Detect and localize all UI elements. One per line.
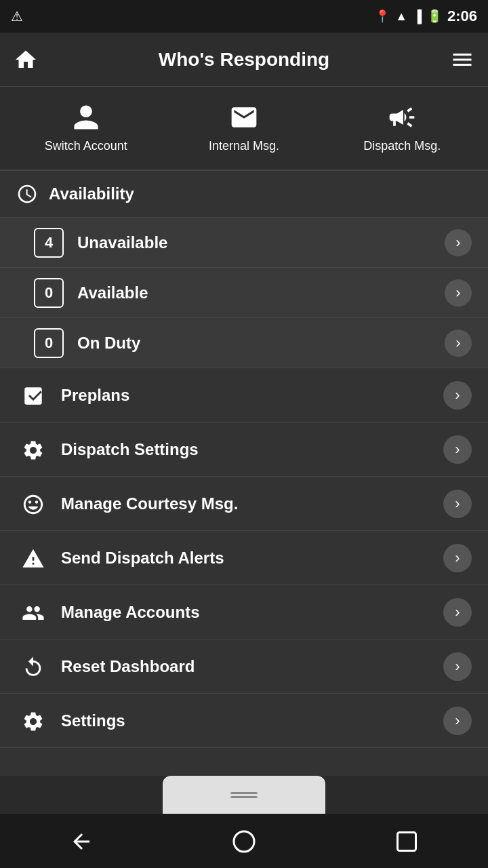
settings-chevron: › <box>443 707 472 735</box>
status-bar-right: 📍 ▲ ▐ 🔋 2:06 <box>375 7 477 25</box>
status-bar: ⚠ 📍 ▲ ▐ 🔋 2:06 <box>0 0 488 33</box>
send-dispatch-alerts-label: Send Dispatch Alerts <box>50 549 443 568</box>
send-dispatch-alerts-item[interactable]: Send Dispatch Alerts › <box>0 531 488 585</box>
on-duty-chevron: › <box>445 330 472 357</box>
envelope-icon <box>229 100 259 132</box>
reset-dashboard-item[interactable]: Reset Dashboard › <box>0 639 488 694</box>
handle-lines-icon <box>230 788 258 802</box>
preplans-icon <box>16 383 50 408</box>
dispatch-msg-label: Dispatch Msg. <box>363 139 441 153</box>
status-bar-left: ⚠ <box>11 8 375 24</box>
megaphone-icon <box>387 100 417 132</box>
settings-icon <box>16 709 50 733</box>
dispatch-settings-label: Dispatch Settings <box>50 440 443 459</box>
preplans-label: Preplans <box>50 386 443 405</box>
switch-account-label: Switch Account <box>45 139 127 153</box>
smiley-icon <box>16 492 50 516</box>
dispatch-settings-icon <box>16 437 50 462</box>
svg-rect-3 <box>398 833 416 851</box>
home-button[interactable] <box>14 47 47 72</box>
menu-button[interactable] <box>441 47 474 72</box>
bottom-handle[interactable] <box>163 776 325 814</box>
on-duty-badge: 0 <box>34 328 64 358</box>
menu-list: Availability 4 Unavailable › 0 Available… <box>0 171 488 776</box>
recent-icon <box>394 829 419 854</box>
send-dispatch-alerts-chevron: › <box>443 544 472 572</box>
manage-courtesy-label: Manage Courtesy Msg. <box>50 494 443 513</box>
settings-label: Settings <box>50 711 443 730</box>
back-icon <box>69 829 94 854</box>
person-icon <box>71 100 101 132</box>
status-time: 2:06 <box>447 7 477 25</box>
manage-courtesy-item[interactable]: Manage Courtesy Msg. › <box>0 477 488 531</box>
group-icon <box>16 600 50 625</box>
reset-dashboard-chevron: › <box>443 652 472 681</box>
internal-msg-button[interactable]: Internal Msg. <box>190 100 298 153</box>
internal-msg-label: Internal Msg. <box>209 139 279 153</box>
preplans-chevron: › <box>443 381 472 410</box>
bottom-nav <box>0 814 488 868</box>
svg-point-2 <box>234 831 254 852</box>
available-item[interactable]: 0 Available › <box>0 268 488 318</box>
available-badge: 0 <box>34 278 64 308</box>
on-duty-item[interactable]: 0 On Duty › <box>0 318 488 368</box>
svg-rect-1 <box>230 796 258 798</box>
reset-dashboard-label: Reset Dashboard <box>50 657 443 676</box>
back-button[interactable] <box>69 828 94 854</box>
available-chevron: › <box>445 279 472 307</box>
dispatch-msg-button[interactable]: Dispatch Msg. <box>348 100 456 153</box>
quick-actions: Switch Account Internal Msg. Dispatch Ms… <box>0 87 488 171</box>
dispatch-settings-item[interactable]: Dispatch Settings › <box>0 422 488 477</box>
available-label: Available <box>77 283 445 302</box>
manage-accounts-label: Manage Accounts <box>50 603 443 622</box>
home-nav-button[interactable] <box>232 828 256 854</box>
wifi-icon: ▲ <box>395 9 407 24</box>
manage-courtesy-chevron: › <box>443 490 472 518</box>
preplans-item[interactable]: Preplans › <box>0 368 488 422</box>
app-bar: Who's Responding <box>0 33 488 87</box>
manage-accounts-chevron: › <box>443 598 472 627</box>
unavailable-label: Unavailable <box>77 233 445 252</box>
alert-icon: ⚠ <box>11 8 23 24</box>
signal-icon: ▐ <box>413 9 422 24</box>
home-nav-icon <box>232 829 256 854</box>
app-title: Who's Responding <box>47 49 441 71</box>
switch-account-button[interactable]: Switch Account <box>32 100 140 153</box>
alert-triangle-icon <box>16 546 50 570</box>
availability-icon <box>16 183 38 205</box>
settings-item[interactable]: Settings › <box>0 694 488 748</box>
unavailable-chevron: › <box>445 229 472 256</box>
availability-section-header: Availability <box>0 171 488 218</box>
location-icon: 📍 <box>375 9 390 24</box>
manage-accounts-item[interactable]: Manage Accounts › <box>0 585 488 639</box>
dispatch-settings-chevron: › <box>443 435 472 464</box>
bottom-handle-container <box>0 776 488 814</box>
battery-icon: 🔋 <box>427 9 442 24</box>
unavailable-item[interactable]: 4 Unavailable › <box>0 218 488 268</box>
svg-rect-0 <box>230 792 258 794</box>
on-duty-label: On Duty <box>77 334 445 353</box>
recent-button[interactable] <box>394 828 419 854</box>
reset-icon <box>16 654 50 679</box>
unavailable-badge: 4 <box>34 228 64 258</box>
availability-label: Availability <box>49 184 134 203</box>
